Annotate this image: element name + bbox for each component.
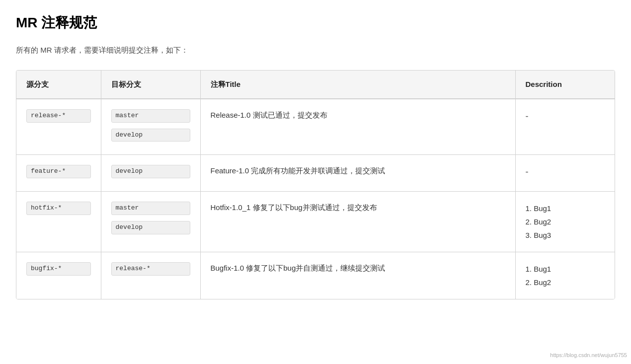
cell-source-3: bugfix-* [16,252,101,299]
table-row: release-*masterdevelopRelease-1.0 测试已通过，… [16,99,615,155]
target-badge: develop [111,129,190,142]
source-badge: bugfix-* [26,262,91,276]
cell-description-0: - [515,99,615,155]
header-title: 注释Title [200,71,515,99]
cell-source-0: release-* [16,99,101,155]
cell-description-3: 1. Bug12. Bug2 [515,252,615,299]
cell-description-1: - [515,155,615,192]
cell-source-1: feature-* [16,155,101,192]
source-badge: hotfix-* [26,202,91,215]
source-badge: release-* [26,109,91,123]
header-description: Descrition [515,71,615,99]
header-target: 目标分支 [101,71,200,99]
target-badge: master [111,109,190,123]
cell-target-1: develop [101,155,200,192]
table-row: feature-*developFeature-1.0 完成所有功能开发并联调通… [16,155,615,192]
mr-table: 源分支 目标分支 注释Title Descrition release-*mas… [16,71,615,299]
cell-target-2: masterdevelop [101,192,200,252]
source-badge: feature-* [26,165,91,178]
cell-title-2: Hotfix-1.0_1 修复了以下bug并测试通过，提交发布 [200,192,515,252]
table-header-row: 源分支 目标分支 注释Title Descrition [16,71,615,99]
description-item: 3. Bug3 [526,228,605,242]
page-title: MR 注释规范 [16,12,615,34]
cell-source-2: hotfix-* [16,192,101,252]
target-badge: master [111,202,190,215]
target-badge: develop [111,221,190,234]
target-badge: release-* [111,262,190,276]
page-subtitle: 所有的 MR 请求者，需要详细说明提交注释，如下： [16,44,615,56]
cell-title-3: Bugfix-1.0 修复了以下bug并自测通过，继续提交测试 [200,252,515,299]
cell-title-0: Release-1.0 测试已通过，提交发布 [200,99,515,155]
description-item: 2. Bug2 [526,215,605,228]
cell-title-1: Feature-1.0 完成所有功能开发并联调通过，提交测试 [200,155,515,192]
description-item: 1. Bug1 [526,202,605,215]
cell-target-3: release-* [101,252,200,299]
header-source: 源分支 [16,71,101,99]
description-item: 1. Bug1 [526,262,605,276]
description-item: 2. Bug2 [526,276,605,289]
mr-table-wrapper: 源分支 目标分支 注释Title Descrition release-*mas… [16,70,615,299]
table-row: hotfix-*masterdevelopHotfix-1.0_1 修复了以下b… [16,192,615,252]
cell-description-2: 1. Bug12. Bug23. Bug3 [515,192,615,252]
target-badge: develop [111,165,190,178]
cell-target-0: masterdevelop [101,99,200,155]
table-row: bugfix-*release-*Bugfix-1.0 修复了以下bug并自测通… [16,252,615,299]
